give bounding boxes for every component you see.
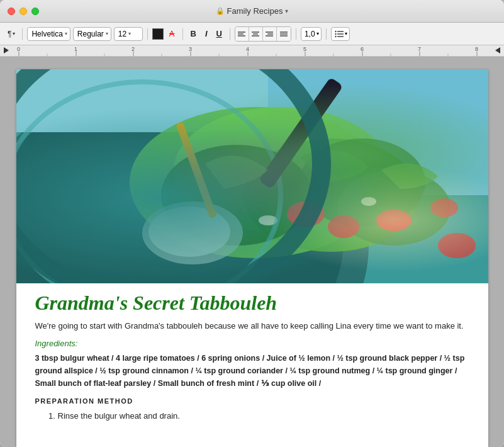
svg-point-58 — [376, 210, 412, 231]
svg-text:1: 1 — [74, 46, 77, 52]
svg-point-46 — [16, 82, 369, 283]
ingredients-label: Ingredients: — [35, 339, 469, 348]
titlebar: 🔒 Family Recipes ▾ — [0, 0, 504, 23]
list-style-dropdown[interactable]: ▾ — [331, 27, 350, 41]
page: Grandma's Secret Tabbouleh We're going t… — [16, 69, 488, 447]
font-style-value: Regular — [77, 30, 104, 38]
svg-text:5: 5 — [303, 46, 306, 52]
underline-button[interactable]: U — [213, 28, 225, 40]
font-name-value: Helvetica — [31, 30, 62, 38]
separator — [326, 28, 327, 40]
svg-point-52 — [243, 139, 419, 252]
svg-point-51 — [174, 107, 388, 233]
separator — [22, 28, 23, 40]
window-title: Family Recipes — [227, 6, 283, 16]
svg-point-47 — [16, 88, 344, 283]
svg-text:2: 2 — [132, 46, 135, 52]
left-tab-stop[interactable] — [4, 47, 9, 54]
ingredients-text: 3 tbsp bulgur wheat / 4 large ripe tomat… — [35, 352, 469, 390]
font-style-dropdown[interactable]: Regular ▾ — [73, 27, 111, 41]
strikethrough-button[interactable]: A — [166, 28, 178, 40]
text-color-picker[interactable] — [152, 28, 164, 40]
separator — [230, 28, 230, 40]
lock-icon: 🔒 — [216, 7, 225, 15]
ruler: 0 1 2 3 4 5 6 7 — [0, 45, 504, 57]
svg-rect-64 — [258, 77, 343, 189]
align-right-button[interactable] — [263, 27, 277, 41]
styles-button[interactable]: ¶ ▾ — [5, 28, 18, 40]
traffic-lights — [8, 8, 39, 15]
chevron-icon: ▾ — [106, 31, 108, 37]
window-title-area: 🔒 Family Recipes ▾ — [216, 6, 289, 16]
svg-rect-67 — [176, 122, 217, 218]
recipe-title: Grandma's Secret Tabbouleh — [35, 291, 469, 315]
svg-rect-49 — [16, 69, 268, 132]
alignment-group — [235, 26, 291, 42]
spacing-value: 1,0 — [305, 30, 315, 38]
svg-point-50 — [130, 107, 381, 258]
svg-point-57 — [328, 215, 359, 238]
page-content: Grandma's Secret Tabbouleh We're going t… — [16, 291, 488, 441]
minimize-button[interactable] — [20, 8, 27, 15]
font-size-dropdown[interactable]: 12 ▾ — [114, 27, 143, 41]
svg-point-17 — [335, 35, 336, 37]
align-left-button[interactable] — [235, 27, 249, 41]
preparation-steps: Rinse the bulgur wheat and drain. — [35, 410, 469, 422]
separator — [296, 28, 296, 40]
italic-button[interactable]: I — [202, 28, 211, 40]
bold-button[interactable]: B — [188, 28, 199, 40]
font-size-value: 12 — [118, 30, 126, 38]
chevron-icon: ▾ — [128, 31, 131, 37]
chevron-icon: ▾ — [65, 31, 67, 37]
svg-text:3: 3 — [189, 46, 192, 52]
chevron-icon: ▾ — [13, 31, 15, 37]
toolbar: ¶ ▾ Helvetica ▾ Regular ▾ 12 ▾ A B I — [0, 23, 504, 45]
app-window: 🔒 Family Recipes ▾ ¶ ▾ Helvetica ▾ Regul… — [0, 0, 504, 447]
svg-text:8: 8 — [475, 46, 478, 52]
svg-rect-45 — [16, 69, 488, 283]
svg-point-59 — [430, 198, 458, 217]
separator — [147, 28, 148, 40]
svg-point-53 — [161, 145, 312, 246]
svg-point-61 — [259, 215, 277, 225]
chevron-icon: ▾ — [345, 31, 347, 37]
svg-point-63 — [16, 82, 281, 283]
svg-point-62 — [361, 197, 376, 206]
font-name-dropdown[interactable]: Helvetica ▾ — [27, 27, 70, 41]
svg-point-65 — [142, 201, 243, 264]
chevron-icon: ▾ — [316, 31, 319, 37]
prep-step-1: Rinse the bulgur wheat and drain. — [58, 410, 469, 422]
svg-point-66 — [148, 207, 230, 257]
hero-image — [16, 69, 488, 283]
preparation-label: PREPARATION Method — [35, 397, 469, 405]
svg-rect-48 — [237, 69, 488, 195]
svg-text:4: 4 — [246, 46, 249, 52]
svg-point-54 — [300, 139, 425, 227]
svg-text:7: 7 — [418, 46, 421, 52]
line-spacing-dropdown[interactable]: 1,0 ▾ — [301, 27, 322, 41]
right-tab-stop[interactable] — [495, 47, 500, 54]
separator — [182, 28, 183, 40]
align-justify-button[interactable] — [277, 27, 291, 41]
maximize-button[interactable] — [31, 8, 39, 15]
paragraph-icon: ¶ — [8, 30, 11, 38]
svg-text:6: 6 — [361, 46, 364, 52]
align-center-button[interactable] — [249, 27, 263, 41]
document-area[interactable]: Grandma's Secret Tabbouleh We're going t… — [0, 57, 504, 447]
svg-text:0: 0 — [17, 46, 20, 52]
svg-point-55 — [337, 170, 451, 246]
svg-point-56 — [287, 201, 325, 227]
close-button[interactable] — [8, 8, 15, 15]
recipe-intro: We're going to start with Grandma's tabb… — [35, 320, 469, 332]
svg-point-16 — [335, 33, 336, 34]
chevron-down-icon[interactable]: ▾ — [285, 8, 288, 14]
svg-point-15 — [335, 30, 336, 31]
svg-point-60 — [438, 233, 476, 258]
